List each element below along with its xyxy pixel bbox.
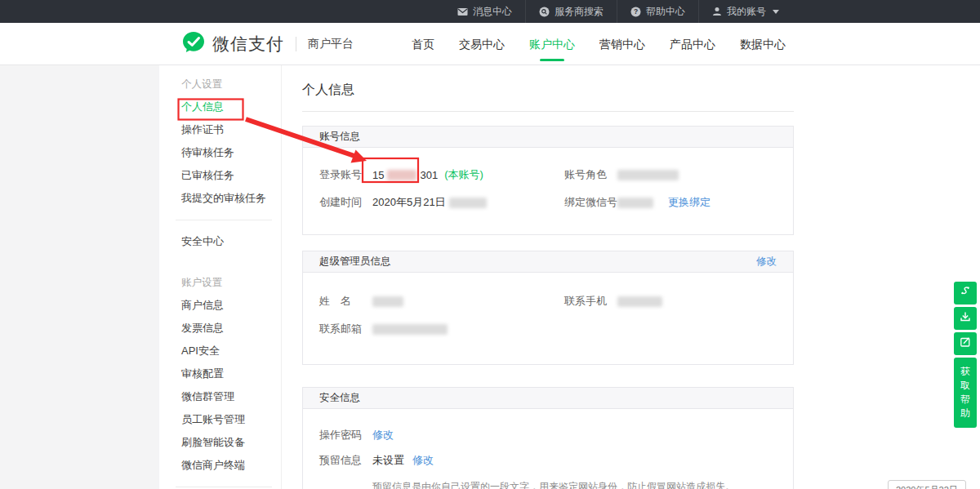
sidebar-item-face-smart-device[interactable]: 刷脸智能设备 [181,431,281,454]
service-button[interactable] [954,282,977,305]
sidebar-item-api-security[interactable]: API安全 [181,340,281,362]
sidebar-item-wechat-group-management[interactable]: 微信群管理 [181,385,281,408]
sidebar-item-reviewed-tasks[interactable]: 已审核任务 [181,164,281,187]
feedback-icon [959,336,972,352]
masked-account-role [617,170,679,180]
login-number-prefix: 15 [372,169,384,181]
wechat-pay-logo-icon [181,30,206,58]
table-row: 姓 名 联系手机 [303,287,793,315]
nav-product-center[interactable]: 产品中心 [657,23,728,65]
help-icon: ? [630,7,641,17]
created-time-label: 创建时间 [319,195,372,210]
login-account-label: 登录账号 [319,167,372,182]
sidebar-spacer [181,253,281,271]
table-row: 操作密码 修改 [303,422,793,447]
super-admin-body: 姓 名 联系手机 联系邮箱 [303,273,793,364]
account-role-value [617,170,679,180]
security-info-section: 安全信息 操作密码 修改 预留信息 未设置 修改 预留信息是由你自己设置的一段文… [302,387,794,489]
get-help-button[interactable]: 获取帮助 [954,358,977,428]
nav-transaction-center[interactable]: 交易中心 [447,23,517,65]
sidebar-item-security-center[interactable]: 安全中心 [181,230,281,253]
masked-contact-email [372,324,448,335]
chevron-down-icon [773,10,779,14]
provider-search-item[interactable]: 服务商搜索 [525,0,617,23]
main-nav: 首页 交易中心 账户中心 营销中心 产品中心 数据中心 [399,23,798,65]
account-info-body: 登录账号 15 301 (本账号) 账号角色 创 [303,148,793,234]
logo[interactable]: 微信支付 商户平台 [181,23,354,65]
sidebar-item-my-submitted-review-tasks[interactable]: 我提交的审核任务 [181,187,281,210]
search-icon [539,7,550,17]
super-admin-header: 超级管理员信息 修改 [303,251,793,273]
masked-created-time [449,198,487,208]
feedback-button[interactable] [954,332,977,355]
login-account-value: 15 301 (本账号) [372,167,483,182]
description-line: 预留信息是由你自己设置的一段文字，用来鉴定网站身份，防止假冒网站造成损失。 [372,479,793,489]
floating-toolbar: 获取帮助 [954,282,977,428]
reserved-info-status: 未设置 [372,453,404,468]
sidebar-item-pending-review-tasks[interactable]: 待审核任务 [181,141,281,164]
sidebar-item-invoice-info[interactable]: 发票信息 [181,317,281,340]
table-row: 创建时间 2020年5月21日 绑定微信号 更换绑定 [303,189,793,216]
help-center-item[interactable]: ? 帮助中心 [617,0,698,23]
edit-password-link[interactable]: 修改 [372,428,394,442]
main-content: 个人信息 账号信息 登录账号 15 301 (本账号) 账号角色 [302,65,794,489]
reserved-info-label: 预留信息 [319,453,372,468]
sidebar-item-merchant-info[interactable]: 商户信息 [181,294,281,317]
provider-search-label: 服务商搜索 [555,5,604,19]
sidebar-item-review-config[interactable]: 审核配置 [181,362,281,385]
account-info-title: 账号信息 [319,127,360,147]
created-time-value: 2020年5月21日 [372,195,487,210]
reserved-info-description: 预留信息是由你自己设置的一段文字，用来鉴定网站身份，防止假冒网站造成损失。 配置… [372,479,793,489]
masked-contact-phone [617,296,662,307]
top-utility-bar: 消息中心 服务商搜索 ? 帮助中心 我的账号 [0,0,980,23]
contact-phone-label: 联系手机 [564,294,617,309]
table-row: 登录账号 15 301 (本账号) 账号角色 [303,161,793,189]
nav-data-center[interactable]: 数据中心 [728,23,798,65]
my-account-item[interactable]: 我的账号 [698,0,792,23]
my-account-label: 我的账号 [727,5,766,19]
masked-wechat-id [617,198,653,208]
masked-admin-name [372,296,403,307]
nav-home[interactable]: 首页 [399,23,447,65]
super-admin-title: 超级管理员信息 [319,251,391,272]
nav-account-center[interactable]: 账户中心 [517,23,587,65]
sidebar: 个人设置 个人信息 操作证书 待审核任务 已审核任务 我提交的审核任务 安全中心… [159,65,282,489]
login-number-suffix: 301 [420,169,438,181]
sidebar-divider-bottom [176,487,272,487]
super-admin-section: 超级管理员信息 修改 姓 名 联系手机 [302,251,794,365]
contact-email-label: 联系邮箱 [319,322,372,336]
contact-email-value [372,324,448,335]
sidebar-item-personal-info[interactable]: 个人信息 [181,96,281,118]
download-button[interactable] [954,307,977,330]
nav-marketing-center[interactable]: 营销中心 [587,23,657,65]
bound-wechat-label: 绑定微信号 [564,195,617,210]
logo-divider [296,37,296,51]
portal-name: 商户平台 [308,37,354,51]
edit-admin-link[interactable]: 修改 [756,251,777,272]
user-icon [712,7,722,16]
mail-icon [457,7,468,16]
security-info-body: 操作密码 修改 预留信息 未设置 修改 预留信息是由你自己设置的一段文字，用来鉴… [303,409,793,489]
admin-name-label: 姓 名 [319,294,372,309]
download-icon [959,310,972,327]
security-info-header: 安全信息 [303,388,793,409]
top-utility-menu: 消息中心 服务商搜索 ? 帮助中心 我的账号 [444,0,792,23]
admin-name-value [372,296,403,307]
message-center-label: 消息中心 [473,5,512,19]
logo-text: 微信支付 [212,33,284,56]
date-tooltip: 2020年5月22日 [888,480,966,489]
sidebar-item-staff-account-management[interactable]: 员工账号管理 [181,408,281,431]
message-center-item[interactable]: 消息中心 [444,0,525,23]
masked-login-middle [387,170,416,180]
sidebar-item-wechat-merchant-terminal[interactable]: 微信商户终端 [181,454,281,477]
service-icon [959,285,972,301]
sidebar-item-operation-certificate[interactable]: 操作证书 [181,118,281,141]
change-binding-link[interactable]: 更换绑定 [668,195,710,210]
current-account-note: (本账号) [444,167,483,182]
sidebar-section-account-settings: 账户设置 [181,271,281,294]
page-title: 个人信息 [302,65,794,112]
edit-reserved-info-link[interactable]: 修改 [412,453,434,468]
table-row: 联系邮箱 [303,315,793,343]
account-info-header: 账号信息 [303,127,793,148]
sidebar-section-personal-settings: 个人设置 [181,73,281,96]
